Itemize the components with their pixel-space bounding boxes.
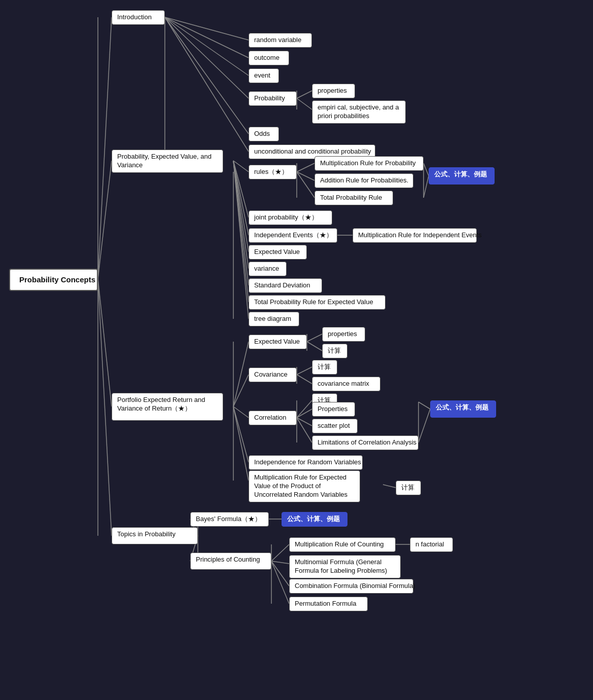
node-prob_ev_var: Probability, Expected Value, and Varianc…	[112, 150, 223, 173]
node-probability: Probability	[249, 91, 297, 106]
svg-line-5	[165, 17, 249, 40]
svg-line-1	[98, 161, 112, 279]
node-mult_rule: Multiplication Rule for Probability	[315, 156, 424, 171]
svg-line-59	[271, 561, 289, 586]
svg-line-41	[297, 367, 312, 375]
svg-line-0	[98, 17, 112, 279]
node-covariance: Covariance	[249, 367, 297, 382]
svg-line-33	[233, 375, 249, 407]
node-tree_diag: tree diagram	[249, 312, 299, 326]
node-correlation: Correlation	[249, 411, 297, 425]
node-bayes_accent: 公式、计算、例题	[282, 512, 347, 527]
svg-line-20	[233, 161, 249, 285]
node-topics: Topics in Probability	[112, 527, 198, 544]
svg-line-35	[233, 407, 249, 462]
svg-line-38	[307, 334, 322, 342]
svg-line-6	[165, 17, 249, 58]
node-total_prob_ev: Total Probability Rule for Expected Valu…	[249, 295, 386, 310]
node-root: Probability Concepts	[9, 269, 98, 291]
svg-line-39	[307, 342, 322, 351]
node-combination: Combination Formula (Binomial Formula)	[289, 579, 413, 594]
svg-line-8	[165, 17, 249, 98]
node-random_var: random variable	[249, 33, 312, 48]
svg-line-10	[165, 17, 249, 152]
node-accent1: 公式、计算、例题	[429, 167, 495, 185]
node-calc_ev: 计算	[322, 344, 347, 358]
node-event: event	[249, 68, 279, 83]
node-bayes: Bayes' Formula（★）	[190, 512, 269, 527]
node-portfolio: Portfolio Expected Return and Variance o…	[112, 393, 223, 421]
node-indep_rand: Independence for Random Variables	[249, 455, 363, 470]
svg-line-13	[297, 98, 312, 109]
node-prop_corr: Properties	[312, 402, 355, 417]
svg-line-12	[297, 91, 312, 98]
svg-line-32	[233, 342, 249, 407]
node-rules: rules（★）	[249, 165, 297, 179]
svg-line-9	[165, 17, 249, 134]
svg-line-42	[297, 375, 312, 384]
node-calc_cov: 计算	[312, 360, 337, 375]
svg-line-26	[297, 172, 315, 198]
svg-line-16	[233, 161, 249, 217]
svg-line-24	[297, 163, 315, 172]
node-principles: Principles of Counting	[190, 552, 271, 570]
svg-line-45	[297, 409, 312, 418]
node-permutation: Permutation Formula	[289, 597, 368, 611]
node-mult_uncorr: Multiplication Rule for Expected Value o…	[249, 470, 360, 502]
svg-line-60	[271, 561, 289, 604]
node-limit_corr: Limitations of Correlation Analysis	[312, 435, 418, 450]
svg-line-49	[418, 402, 430, 409]
svg-line-17	[233, 161, 249, 235]
node-joint_prob: joint probability（★）	[249, 210, 332, 225]
svg-line-47	[297, 418, 312, 443]
node-empiri: empiri cal, subjective, and a priori pro…	[312, 100, 406, 124]
svg-line-57	[271, 544, 289, 561]
node-exp_val2: Expected Value	[249, 335, 307, 349]
mind-map-canvas: Probability ConceptsIntroductionProbabil…	[0, 0, 593, 700]
svg-line-52	[383, 485, 396, 488]
node-n_fact: n factorial	[410, 537, 453, 552]
svg-line-18	[233, 161, 249, 252]
svg-line-2	[98, 279, 112, 407]
node-total_prob: Total Probability Rule	[315, 191, 393, 205]
node-exp_val1: Expected Value	[249, 245, 307, 260]
node-multinomial: Multinomial Formula (General Formula for…	[289, 555, 401, 578]
svg-line-21	[233, 161, 249, 302]
node-prop_ev: properties	[322, 327, 365, 342]
svg-line-50	[418, 409, 430, 443]
svg-line-46	[297, 418, 312, 426]
node-accent2: 公式、计算、例题	[430, 400, 496, 418]
svg-line-19	[233, 161, 249, 269]
svg-line-25	[297, 172, 315, 180]
node-add_rule: Addition Rule for Probabilities.	[315, 173, 413, 188]
svg-line-7	[165, 17, 249, 76]
svg-line-29	[424, 176, 429, 198]
svg-line-22	[233, 161, 249, 319]
svg-line-3	[98, 279, 112, 536]
node-prop_prob: properties	[312, 84, 355, 98]
svg-line-58	[271, 561, 289, 564]
node-cov_matrix: covariance matrix	[312, 377, 380, 391]
node-mult_indep: Multiplication Rule for Independent Even…	[353, 228, 477, 243]
svg-line-36	[233, 407, 249, 481]
node-odds: Odds	[249, 127, 279, 141]
node-scatter: scatter plot	[312, 419, 358, 433]
node-intro: Introduction	[112, 10, 165, 25]
node-variance: variance	[249, 262, 287, 276]
node-indep_events: Independent Events（★）	[249, 228, 337, 243]
node-outcome: outcome	[249, 51, 289, 65]
node-mult_count: Multiplication Rule of Counting	[289, 537, 396, 552]
svg-line-44	[297, 400, 312, 418]
connector-lines	[0, 0, 593, 700]
node-calc_mult: 计算	[396, 481, 421, 495]
node-std_dev: Standard Deviation	[249, 278, 322, 293]
svg-line-15	[233, 161, 249, 172]
svg-line-28	[424, 163, 429, 176]
svg-line-34	[233, 407, 249, 418]
